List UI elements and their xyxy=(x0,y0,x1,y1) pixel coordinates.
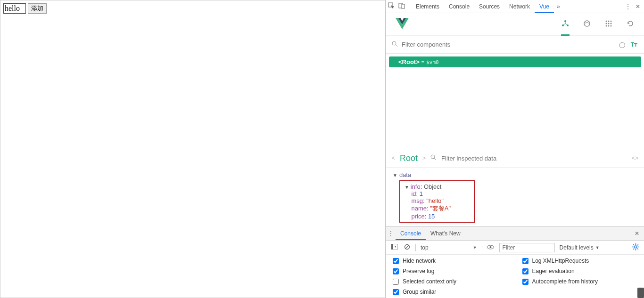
svg-line-17 xyxy=(396,45,397,47)
svg-line-19 xyxy=(434,158,436,160)
component-tree: <Root> = $vm0 xyxy=(386,54,644,70)
tab-network[interactable]: Network xyxy=(504,0,535,13)
app-page: 添加 xyxy=(0,0,386,298)
drawer-close-icon[interactable]: ✕ xyxy=(630,230,644,237)
svg-point-10 xyxy=(606,23,607,24)
filter-components-input[interactable] xyxy=(402,41,614,48)
search-icon xyxy=(392,41,398,48)
clear-console-icon[interactable] xyxy=(403,244,411,251)
tab-sources[interactable]: Sources xyxy=(474,0,504,13)
svg-point-8 xyxy=(608,20,610,22)
svg-point-13 xyxy=(606,25,607,26)
info-header-line[interactable]: ▼ info: Object xyxy=(405,183,470,190)
svg-line-23 xyxy=(405,245,409,249)
device-toggle-icon[interactable] xyxy=(396,2,407,10)
prop-price[interactable]: price: 15 xyxy=(405,213,470,220)
separator xyxy=(409,3,409,10)
info-object-box: ▼ info: Object id: 1 msg: "hello" name: … xyxy=(399,180,475,223)
svg-point-9 xyxy=(611,20,612,22)
tree-spacer xyxy=(386,70,644,149)
svg-point-14 xyxy=(608,25,610,26)
console-filter-input[interactable] xyxy=(499,243,555,252)
search-icon xyxy=(430,154,437,162)
svg-point-18 xyxy=(431,155,435,159)
prop-msg[interactable]: msg: "hello" xyxy=(405,197,470,204)
tab-elements[interactable]: Elements xyxy=(411,0,444,13)
opt-hide-network[interactable]: Hide network xyxy=(393,258,508,264)
close-devtools-icon[interactable]: ✕ xyxy=(636,3,640,10)
separator xyxy=(482,244,482,251)
opt-log-xhr[interactable]: Log XMLHttpRequests xyxy=(522,258,638,264)
devtools-panel: Elements Console Sources Network Vue » ⋮… xyxy=(386,0,644,298)
opt-eager-eval[interactable]: Eager evaluation xyxy=(522,268,638,274)
console-settings-icon[interactable] xyxy=(632,243,639,252)
svg-line-34 xyxy=(637,244,638,245)
separator xyxy=(415,244,416,251)
svg-point-7 xyxy=(606,20,607,22)
context-selector[interactable]: top▼ xyxy=(421,244,477,251)
tab-console[interactable]: Console xyxy=(444,0,474,13)
inspector-header: <Root> <> xyxy=(386,149,644,168)
opt-group-similar[interactable]: Group similar xyxy=(393,289,508,295)
message-input[interactable] xyxy=(3,3,26,14)
console-controls: top▼ Default levels ▼ xyxy=(386,241,644,255)
vuex-tab-icon[interactable] xyxy=(583,20,591,29)
angle-right: > xyxy=(422,155,426,161)
svg-rect-21 xyxy=(391,244,393,250)
expand-icon[interactable]: <> xyxy=(632,155,638,161)
prop-name[interactable]: name: "套餐A" xyxy=(405,204,470,213)
data-section-header[interactable]: ▼data xyxy=(393,171,637,178)
live-expression-icon[interactable] xyxy=(487,244,495,251)
angle-left: < xyxy=(392,155,395,161)
data-panel: ▼data ▼ info: Object id: 1 msg: "hello" … xyxy=(386,168,644,226)
console-sidebar-toggle-icon[interactable] xyxy=(391,244,398,251)
refresh-icon[interactable] xyxy=(626,20,635,29)
log-levels-selector[interactable]: Default levels ▼ xyxy=(560,244,600,251)
inspect-icon[interactable] xyxy=(386,2,396,10)
tabs-overflow-icon[interactable]: » xyxy=(554,3,563,10)
svg-point-3 xyxy=(564,20,566,22)
vue-toolbar xyxy=(386,13,644,36)
console-options: Hide network Log XMLHttpRequests Preserv… xyxy=(386,255,644,298)
add-button[interactable]: 添加 xyxy=(28,3,47,14)
svg-point-26 xyxy=(635,246,637,248)
svg-point-15 xyxy=(611,25,612,26)
svg-rect-2 xyxy=(402,4,405,8)
events-tab-icon[interactable] xyxy=(604,20,613,29)
svg-point-25 xyxy=(490,246,492,248)
svg-line-32 xyxy=(637,248,638,249)
component-filter-bar: ◯ Tᴛ xyxy=(386,36,644,54)
devtools-tabbar: Elements Console Sources Network Vue » ⋮… xyxy=(386,0,644,13)
opt-preserve-log[interactable]: Preserve log xyxy=(393,268,508,274)
inspector-root-label: Root xyxy=(400,153,418,163)
prop-id[interactable]: id: 1 xyxy=(405,190,470,197)
svg-point-6 xyxy=(584,21,590,26)
svg-point-12 xyxy=(611,23,612,24)
drawer-menu-icon[interactable]: ⋮ xyxy=(386,230,396,237)
root-component-node[interactable]: <Root> = $vm0 xyxy=(389,56,641,67)
drawer-tab-whatsnew[interactable]: What's New xyxy=(426,227,465,240)
drawer-tab-console[interactable]: Console xyxy=(396,227,426,240)
format-icon[interactable]: Tᴛ xyxy=(630,41,638,48)
svg-point-16 xyxy=(392,41,396,45)
tab-vue[interactable]: Vue xyxy=(535,0,554,13)
filter-inspected-input[interactable] xyxy=(441,155,627,162)
opt-autocomplete[interactable]: Autocomplete from history xyxy=(522,278,638,285)
svg-point-11 xyxy=(608,23,610,24)
opt-selected-ctx[interactable]: Selected context only xyxy=(393,278,508,285)
select-component-icon[interactable]: ◯ xyxy=(618,41,626,48)
drawer-tabbar: ⋮ Console What's New ✕ xyxy=(386,226,644,241)
vue-logo-icon xyxy=(396,17,409,32)
svg-line-33 xyxy=(633,248,634,249)
scrollbar-indicator[interactable] xyxy=(637,288,644,298)
components-tab-icon[interactable] xyxy=(561,20,570,36)
svg-line-31 xyxy=(633,244,634,245)
kebab-menu-icon[interactable]: ⋮ xyxy=(625,3,631,10)
